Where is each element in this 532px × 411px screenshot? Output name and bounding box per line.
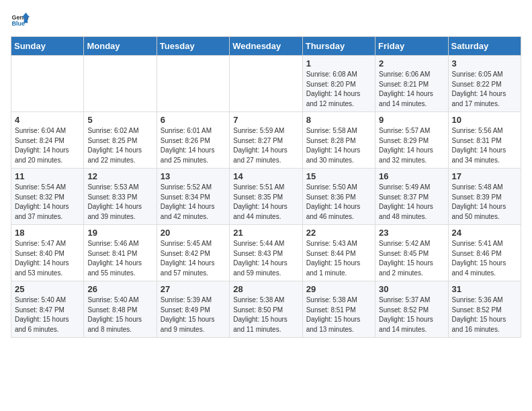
day-info: Sunrise: 6:02 AM Sunset: 8:25 PM Dayligh… xyxy=(87,126,152,165)
day-info: Sunrise: 5:49 AM Sunset: 8:37 PM Dayligh… xyxy=(379,183,444,222)
calendar-cell: 6Sunrise: 6:01 AM Sunset: 8:26 PM Daylig… xyxy=(157,112,229,169)
day-info: Sunrise: 5:57 AM Sunset: 8:29 PM Dayligh… xyxy=(379,126,444,165)
calendar-cell: 15Sunrise: 5:50 AM Sunset: 8:36 PM Dayli… xyxy=(302,169,375,225)
day-number: 17 xyxy=(452,171,517,181)
calendar-cell: 25Sunrise: 5:40 AM Sunset: 8:47 PM Dayli… xyxy=(11,281,84,338)
day-number: 15 xyxy=(306,171,371,181)
calendar-week-row: 11Sunrise: 5:54 AM Sunset: 8:32 PM Dayli… xyxy=(11,169,521,225)
day-info: Sunrise: 5:42 AM Sunset: 8:45 PM Dayligh… xyxy=(379,239,444,278)
day-info: Sunrise: 5:38 AM Sunset: 8:51 PM Dayligh… xyxy=(306,295,371,334)
calendar-cell: 4Sunrise: 6:04 AM Sunset: 8:24 PM Daylig… xyxy=(11,112,84,169)
day-number: 25 xyxy=(15,284,80,294)
calendar-cell: 23Sunrise: 5:42 AM Sunset: 8:45 PM Dayli… xyxy=(375,225,448,281)
calendar-cell: 12Sunrise: 5:53 AM Sunset: 8:33 PM Dayli… xyxy=(84,169,157,225)
day-info: Sunrise: 5:48 AM Sunset: 8:39 PM Dayligh… xyxy=(452,183,517,222)
calendar-cell: 21Sunrise: 5:44 AM Sunset: 8:43 PM Dayli… xyxy=(230,225,302,281)
day-number: 14 xyxy=(233,171,298,181)
calendar-cell: 1Sunrise: 6:08 AM Sunset: 8:20 PM Daylig… xyxy=(302,56,375,112)
day-number: 22 xyxy=(306,228,371,238)
calendar-cell: 7Sunrise: 5:59 AM Sunset: 8:27 PM Daylig… xyxy=(230,112,302,169)
day-info: Sunrise: 5:51 AM Sunset: 8:35 PM Dayligh… xyxy=(233,183,298,222)
calendar-cell: 19Sunrise: 5:46 AM Sunset: 8:41 PM Dayli… xyxy=(84,225,157,281)
weekday-header-saturday: Saturday xyxy=(448,37,521,56)
calendar-cell: 31Sunrise: 5:36 AM Sunset: 8:52 PM Dayli… xyxy=(448,281,521,338)
calendar-cell: 27Sunrise: 5:39 AM Sunset: 8:49 PM Dayli… xyxy=(157,281,229,338)
day-info: Sunrise: 5:36 AM Sunset: 8:52 PM Dayligh… xyxy=(452,295,517,334)
calendar-cell: 9Sunrise: 5:57 AM Sunset: 8:29 PM Daylig… xyxy=(375,112,448,169)
calendar-cell: 16Sunrise: 5:49 AM Sunset: 8:37 PM Dayli… xyxy=(375,169,448,225)
day-info: Sunrise: 6:01 AM Sunset: 8:26 PM Dayligh… xyxy=(161,126,226,165)
calendar-cell xyxy=(11,56,84,112)
calendar-cell: 14Sunrise: 5:51 AM Sunset: 8:35 PM Dayli… xyxy=(230,169,302,225)
day-info: Sunrise: 5:53 AM Sunset: 8:33 PM Dayligh… xyxy=(87,183,152,222)
day-info: Sunrise: 5:45 AM Sunset: 8:42 PM Dayligh… xyxy=(161,239,226,278)
calendar-cell: 26Sunrise: 5:40 AM Sunset: 8:48 PM Dayli… xyxy=(84,281,157,338)
day-number: 24 xyxy=(452,228,517,238)
calendar-cell: 8Sunrise: 5:58 AM Sunset: 8:28 PM Daylig… xyxy=(302,112,375,169)
day-info: Sunrise: 5:40 AM Sunset: 8:47 PM Dayligh… xyxy=(15,295,80,334)
weekday-header-row: SundayMondayTuesdayWednesdayThursdayFrid… xyxy=(11,37,521,56)
weekday-header-thursday: Thursday xyxy=(302,37,375,56)
calendar-week-row: 1Sunrise: 6:08 AM Sunset: 8:20 PM Daylig… xyxy=(11,56,521,112)
day-number: 2 xyxy=(379,58,444,68)
day-info: Sunrise: 5:47 AM Sunset: 8:40 PM Dayligh… xyxy=(15,239,80,278)
weekday-header-monday: Monday xyxy=(84,37,157,56)
day-number: 5 xyxy=(87,115,152,125)
day-number: 26 xyxy=(87,284,152,294)
day-number: 30 xyxy=(379,284,444,294)
weekday-header-sunday: Sunday xyxy=(11,37,84,56)
day-number: 28 xyxy=(233,284,298,294)
day-number: 12 xyxy=(87,171,152,181)
day-info: Sunrise: 5:58 AM Sunset: 8:28 PM Dayligh… xyxy=(306,126,371,165)
day-number: 27 xyxy=(161,284,226,294)
day-number: 4 xyxy=(15,115,80,125)
day-number: 23 xyxy=(379,228,444,238)
calendar-cell: 17Sunrise: 5:48 AM Sunset: 8:39 PM Dayli… xyxy=(448,169,521,225)
day-info: Sunrise: 5:46 AM Sunset: 8:41 PM Dayligh… xyxy=(87,239,152,278)
day-info: Sunrise: 5:59 AM Sunset: 8:27 PM Dayligh… xyxy=(233,126,298,165)
calendar-cell: 22Sunrise: 5:43 AM Sunset: 8:44 PM Dayli… xyxy=(302,225,375,281)
day-number: 29 xyxy=(306,284,371,294)
day-number: 8 xyxy=(306,115,371,125)
day-number: 20 xyxy=(161,228,226,238)
day-number: 18 xyxy=(15,228,80,238)
weekday-header-wednesday: Wednesday xyxy=(230,37,302,56)
calendar-cell: 30Sunrise: 5:37 AM Sunset: 8:52 PM Dayli… xyxy=(375,281,448,338)
day-info: Sunrise: 6:06 AM Sunset: 8:21 PM Dayligh… xyxy=(379,70,444,109)
calendar-week-row: 25Sunrise: 5:40 AM Sunset: 8:47 PM Dayli… xyxy=(11,281,521,338)
calendar-cell: 29Sunrise: 5:38 AM Sunset: 8:51 PM Dayli… xyxy=(302,281,375,338)
calendar-cell: 2Sunrise: 6:06 AM Sunset: 8:21 PM Daylig… xyxy=(375,56,448,112)
calendar-cell: 3Sunrise: 6:05 AM Sunset: 8:22 PM Daylig… xyxy=(448,56,521,112)
svg-text:Blue: Blue xyxy=(11,20,25,27)
day-info: Sunrise: 5:56 AM Sunset: 8:31 PM Dayligh… xyxy=(452,126,517,165)
day-number: 13 xyxy=(161,171,226,181)
day-info: Sunrise: 5:37 AM Sunset: 8:52 PM Dayligh… xyxy=(379,295,444,334)
day-number: 7 xyxy=(233,115,298,125)
day-number: 16 xyxy=(379,171,444,181)
logo: General Blue xyxy=(11,11,30,30)
day-number: 11 xyxy=(15,171,80,181)
day-number: 1 xyxy=(306,58,371,68)
page-header: General Blue xyxy=(11,11,521,30)
day-info: Sunrise: 5:43 AM Sunset: 8:44 PM Dayligh… xyxy=(306,239,371,278)
calendar-table: SundayMondayTuesdayWednesdayThursdayFrid… xyxy=(11,36,521,338)
day-info: Sunrise: 5:40 AM Sunset: 8:48 PM Dayligh… xyxy=(87,295,152,334)
calendar-cell: 10Sunrise: 5:56 AM Sunset: 8:31 PM Dayli… xyxy=(448,112,521,169)
calendar-cell: 24Sunrise: 5:41 AM Sunset: 8:46 PM Dayli… xyxy=(448,225,521,281)
calendar-week-row: 18Sunrise: 5:47 AM Sunset: 8:40 PM Dayli… xyxy=(11,225,521,281)
day-number: 3 xyxy=(452,58,517,68)
day-info: Sunrise: 5:41 AM Sunset: 8:46 PM Dayligh… xyxy=(452,239,517,278)
calendar-cell: 5Sunrise: 6:02 AM Sunset: 8:25 PM Daylig… xyxy=(84,112,157,169)
day-number: 31 xyxy=(452,284,517,294)
day-info: Sunrise: 6:08 AM Sunset: 8:20 PM Dayligh… xyxy=(306,70,371,109)
day-info: Sunrise: 5:38 AM Sunset: 8:50 PM Dayligh… xyxy=(233,295,298,334)
calendar-cell xyxy=(157,56,229,112)
day-info: Sunrise: 6:05 AM Sunset: 8:22 PM Dayligh… xyxy=(452,70,517,109)
calendar-cell xyxy=(230,56,302,112)
day-info: Sunrise: 5:52 AM Sunset: 8:34 PM Dayligh… xyxy=(161,183,226,222)
day-number: 9 xyxy=(379,115,444,125)
calendar-week-row: 4Sunrise: 6:04 AM Sunset: 8:24 PM Daylig… xyxy=(11,112,521,169)
day-info: Sunrise: 5:54 AM Sunset: 8:32 PM Dayligh… xyxy=(15,183,80,222)
day-number: 10 xyxy=(452,115,517,125)
calendar-cell: 28Sunrise: 5:38 AM Sunset: 8:50 PM Dayli… xyxy=(230,281,302,338)
